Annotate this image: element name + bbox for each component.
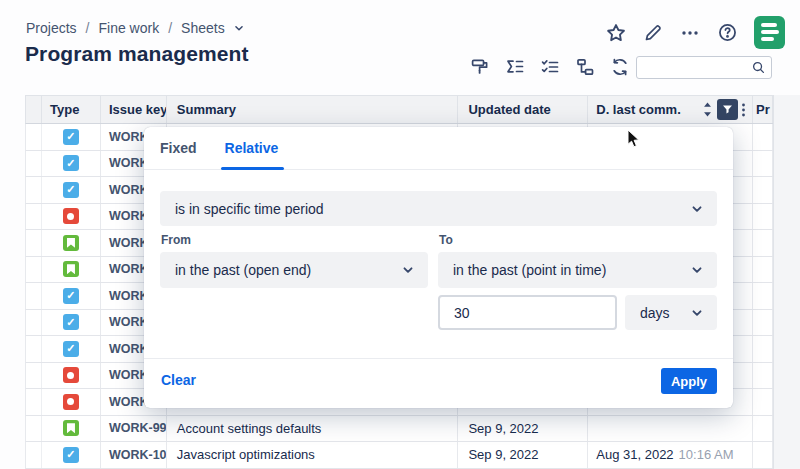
row-priority-cell[interactable] — [753, 416, 773, 442]
row-gutter[interactable] — [26, 257, 42, 283]
issue-key: WORK-99 — [109, 421, 167, 435]
row-summary-cell[interactable]: Javascript optimizations — [167, 442, 459, 468]
row-gutter[interactable] — [26, 336, 42, 362]
row-last-comm-cell[interactable] — [588, 416, 753, 442]
row-priority-cell[interactable] — [753, 177, 773, 203]
to-select[interactable]: in the past (point in time) — [438, 252, 717, 288]
page-title: Program management — [25, 42, 249, 66]
apply-button[interactable]: Apply — [661, 368, 717, 394]
tab-fixed[interactable]: Fixed — [160, 140, 197, 164]
row-priority-cell[interactable] — [753, 442, 773, 468]
bug-icon — [63, 394, 79, 410]
breadcrumb-sheets[interactable]: Sheets — [181, 20, 225, 36]
row-type-cell[interactable] — [42, 177, 101, 203]
sort-icon[interactable] — [701, 102, 714, 117]
task-icon — [63, 288, 79, 304]
app-logo[interactable] — [754, 16, 785, 49]
row-type-cell[interactable] — [42, 389, 101, 415]
checklist-icon[interactable] — [537, 54, 563, 80]
row-type-cell[interactable] — [42, 257, 101, 283]
from-select[interactable]: in the past (open end) — [160, 252, 428, 288]
row-priority-cell[interactable] — [753, 204, 773, 230]
row-priority-cell[interactable] — [753, 230, 773, 256]
column-menu-icon[interactable] — [741, 102, 746, 118]
row-gutter[interactable] — [26, 416, 42, 442]
last-comm-date: Aug 31, 2022 — [596, 447, 673, 462]
header-updated-date[interactable]: Updated date — [458, 96, 588, 123]
row-type-cell[interactable] — [42, 336, 101, 362]
row-gutter[interactable] — [26, 389, 42, 415]
row-type-cell[interactable] — [42, 416, 101, 442]
header-d-last-comm[interactable]: D. last comm. — [588, 96, 753, 123]
row-updated-cell[interactable]: Sep 9, 2022 — [458, 416, 588, 442]
row-priority-cell[interactable] — [753, 124, 773, 150]
row-key-cell[interactable]: WORK-99 — [101, 416, 167, 442]
row-type-cell[interactable] — [42, 230, 101, 256]
more-icon[interactable] — [677, 20, 703, 46]
row-type-cell[interactable] — [42, 442, 101, 468]
to-value: in the past (point in time) — [453, 262, 606, 278]
row-priority-cell[interactable] — [753, 363, 773, 389]
table-row[interactable]: WORK-99 Account settings defaults Sep 9,… — [25, 416, 773, 443]
format-painter-icon[interactable] — [467, 54, 493, 80]
search-input[interactable] — [642, 61, 751, 75]
task-icon — [63, 129, 79, 145]
row-type-cell[interactable] — [42, 151, 101, 177]
tab-relative[interactable]: Relative — [225, 140, 279, 164]
row-gutter[interactable] — [26, 442, 42, 468]
row-type-cell[interactable] — [42, 283, 101, 309]
breadcrumb-separator: / — [86, 20, 90, 36]
row-priority-cell[interactable] — [753, 389, 773, 415]
amount-input[interactable] — [438, 295, 617, 330]
breadcrumb-projects[interactable]: Projects — [26, 20, 77, 36]
row-summary-cell[interactable]: Account settings defaults — [167, 416, 459, 442]
header-priority[interactable]: Pr — [753, 96, 773, 123]
refresh-icon[interactable] — [607, 54, 633, 80]
header-actions — [603, 16, 785, 49]
table-row[interactable]: WORK-100 Javascript optimizations Sep 9,… — [25, 442, 773, 469]
breadcrumb: Projects / Fine work / Sheets — [26, 20, 246, 36]
row-type-cell[interactable] — [42, 124, 101, 150]
filter-active-icon[interactable] — [717, 99, 738, 120]
chevron-down-icon — [689, 262, 705, 278]
header-d-last-comm-label: D. last comm. — [596, 102, 681, 117]
row-priority-cell[interactable] — [753, 257, 773, 283]
row-type-cell[interactable] — [42, 310, 101, 336]
table-header-row: Type Issue key Summary Updated date D. l… — [25, 95, 773, 124]
row-gutter[interactable] — [26, 177, 42, 203]
row-priority-cell[interactable] — [753, 283, 773, 309]
row-last-comm-cell[interactable]: Aug 31, 2022 10:16 AM — [588, 442, 753, 468]
hierarchy-icon[interactable] — [572, 54, 598, 80]
header-type[interactable]: Type — [42, 96, 101, 123]
help-icon[interactable] — [714, 20, 740, 46]
condition-select[interactable]: is in specific time period — [160, 191, 717, 226]
clear-button[interactable]: Clear — [161, 372, 196, 388]
edit-icon[interactable] — [640, 20, 666, 46]
row-gutter[interactable] — [26, 310, 42, 336]
row-type-cell[interactable] — [42, 363, 101, 389]
chevron-down-icon[interactable] — [232, 21, 246, 35]
chevron-down-icon — [689, 305, 705, 321]
header-summary[interactable]: Summary — [167, 96, 459, 123]
breadcrumb-fine-work[interactable]: Fine work — [98, 20, 159, 36]
unit-select[interactable]: days — [625, 295, 717, 330]
row-gutter[interactable] — [26, 204, 42, 230]
row-type-cell[interactable] — [42, 204, 101, 230]
sheet-search — [636, 56, 772, 79]
row-priority-cell[interactable] — [753, 310, 773, 336]
issue-key: WORK-100 — [109, 448, 167, 462]
row-gutter[interactable] — [26, 283, 42, 309]
row-updated-cell[interactable]: Sep 9, 2022 — [458, 442, 588, 468]
sum-list-icon[interactable] — [502, 54, 528, 80]
row-gutter[interactable] — [26, 363, 42, 389]
row-gutter[interactable] — [26, 124, 42, 150]
row-priority-cell[interactable] — [753, 151, 773, 177]
row-key-cell[interactable]: WORK-100 — [101, 442, 167, 468]
row-gutter[interactable] — [26, 151, 42, 177]
header-issue-key[interactable]: Issue key — [101, 96, 167, 123]
row-gutter[interactable] — [26, 230, 42, 256]
table-right-strip — [773, 95, 800, 469]
issue-summary: Javascript optimizations — [177, 447, 315, 462]
row-priority-cell[interactable] — [753, 336, 773, 362]
star-icon[interactable] — [603, 20, 629, 46]
